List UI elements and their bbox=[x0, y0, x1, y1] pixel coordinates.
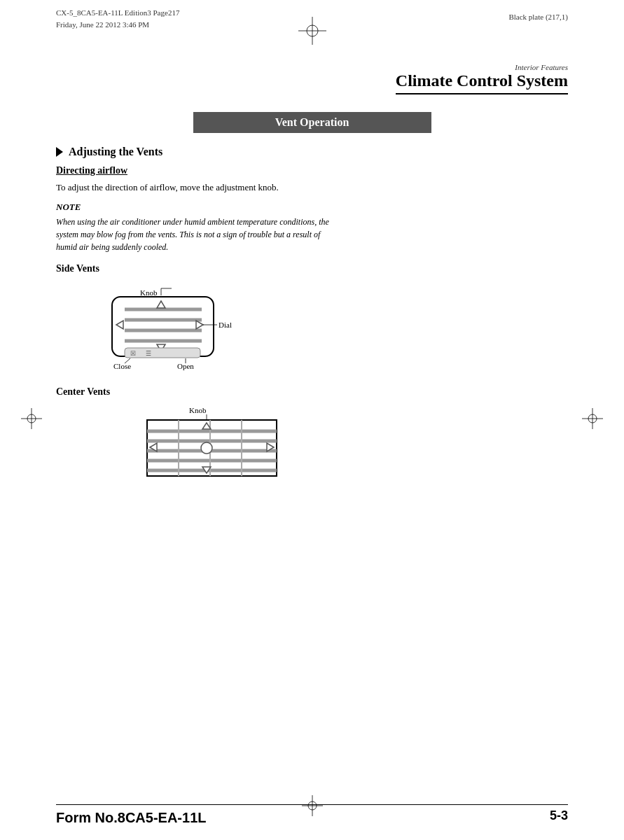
section-header: Vent Operation bbox=[193, 112, 431, 133]
form-number: Form No.8CA5-EA-11L bbox=[56, 810, 206, 826]
note-text: When using the air conditioner under hum… bbox=[56, 216, 336, 253]
footer-crosshair-icon bbox=[302, 795, 323, 819]
side-vents-label: Side Vents bbox=[56, 263, 568, 274]
svg-point-45 bbox=[201, 442, 212, 454]
page-title: Climate Control System bbox=[396, 71, 568, 90]
directing-airflow-body: To adjust the direction of airflow, move… bbox=[56, 181, 336, 195]
right-crosshair-icon bbox=[582, 408, 603, 432]
svg-text:☒: ☒ bbox=[130, 350, 136, 357]
center-vent-svg: Knob bbox=[140, 405, 322, 485]
svg-rect-19 bbox=[125, 348, 200, 358]
header-crosshair-icon bbox=[298, 17, 326, 48]
side-vents-diagram: Knob bbox=[98, 281, 568, 372]
center-vents-diagram: Knob bbox=[98, 405, 568, 482]
side-vent-svg: ☒ ☰ Dial Close Open bbox=[98, 281, 280, 372]
center-vents-label: Center Vents bbox=[56, 386, 568, 398]
side-vent-wrapper: Knob bbox=[98, 281, 280, 372]
title-rule bbox=[396, 93, 568, 94]
triangle-icon bbox=[56, 147, 63, 157]
note-label: NOTE bbox=[56, 202, 568, 213]
meta-line1: CX-5_8CA5-EA-11L Edition3 Page217 bbox=[56, 7, 179, 19]
left-crosshair-icon bbox=[21, 408, 42, 432]
header-plate: Black plate (217,1) bbox=[508, 13, 568, 21]
knob-label: Knob bbox=[140, 288, 157, 297]
center-vent-wrapper: Knob bbox=[140, 405, 301, 482]
page-number: 5-3 bbox=[550, 808, 568, 823]
svg-text:☰: ☰ bbox=[146, 350, 151, 357]
page-title-area: Interior Features Climate Control System bbox=[396, 63, 568, 94]
header-meta: CX-5_8CA5-EA-11L Edition3 Page217 Friday… bbox=[56, 7, 179, 30]
svg-text:Knob: Knob bbox=[189, 406, 207, 414]
meta-line2: Friday, June 22 2012 3:46 PM bbox=[56, 19, 179, 31]
subsection-title: Adjusting the Vents bbox=[56, 146, 568, 158]
subsection-label: Adjusting the Vents bbox=[69, 146, 162, 158]
svg-text:Close: Close bbox=[113, 362, 131, 370]
content-area: Vent Operation Adjusting the Vents Direc… bbox=[56, 112, 568, 496]
svg-text:Dial: Dial bbox=[219, 321, 232, 329]
page-subtitle: Interior Features bbox=[396, 63, 568, 71]
directing-airflow-title: Directing airflow bbox=[56, 165, 568, 176]
